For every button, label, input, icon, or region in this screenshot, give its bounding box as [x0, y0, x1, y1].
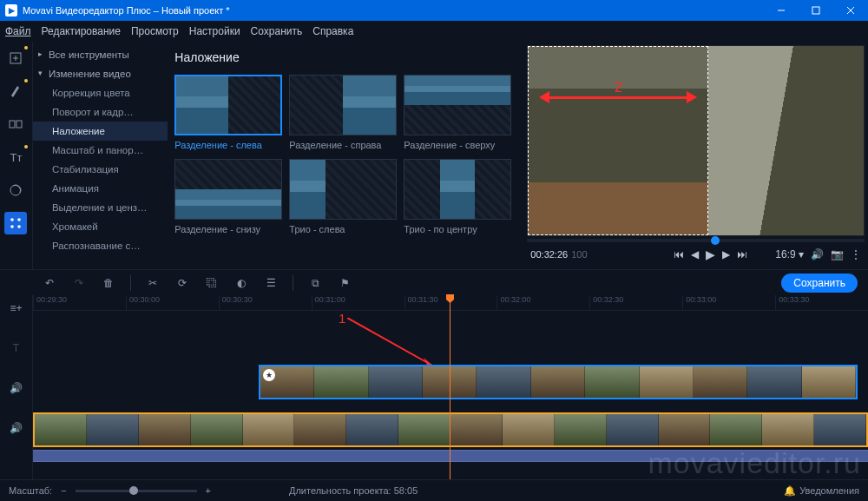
timeline-tracks[interactable]: 00:29:30 00:30:00 00:30:30 00:31:00 00:3…	[33, 295, 868, 479]
rail-titles-icon[interactable]: Tт	[4, 146, 27, 168]
sidebar-item-color[interactable]: Коррекция цвета	[33, 83, 168, 102]
preview-scrubber[interactable]	[527, 239, 865, 242]
sidebar-item-recognition[interactable]: Распознавание с…	[33, 236, 168, 255]
timeline-toolbar: ↶ ↷ 🗑 ✂ ⟳ ⿻ ◐ ☰ ⧉ ⚑ Сохранить	[0, 269, 868, 295]
aspect-ratio[interactable]: 16:9 ▾	[775, 248, 804, 260]
preview-panel: 2 00:32:26100 ⏮ ◀ ▶ ▶ ⏭ 16:9 ▾ 🔊 📷 ⋮	[523, 42, 868, 269]
preview-canvas[interactable]: 2	[527, 45, 865, 236]
duration-label: Длительность проекта: 58:05	[289, 485, 418, 496]
snapshot-icon[interactable]: 📷	[831, 248, 844, 260]
rail-more-tools-icon[interactable]	[4, 212, 27, 234]
rail-effects-icon[interactable]	[4, 80, 27, 102]
svg-point-10	[11, 218, 15, 221]
svg-point-13	[18, 225, 22, 228]
next-clip-icon[interactable]: ⏭	[737, 248, 747, 260]
sidebar-item-overlay[interactable]: Наложение	[33, 122, 168, 141]
sidebar: Все инструменты Изменение видео Коррекци…	[33, 42, 168, 269]
undo-icon[interactable]: ↶	[42, 275, 57, 291]
rail-add-icon[interactable]	[4, 47, 27, 69]
clip-fx-icon[interactable]: ★	[263, 369, 275, 381]
pip-track[interactable]: ★	[33, 365, 868, 399]
annotation-arrow-2: 2	[539, 96, 697, 99]
close-button[interactable]	[833, 0, 868, 21]
prev-frame-icon[interactable]: ◀	[691, 248, 699, 260]
timeline: ≡+ T 🔊 🔊 00:29:30 00:30:00 00:30:30 00:3…	[0, 295, 868, 479]
prev-clip-icon[interactable]: ⏮	[674, 248, 684, 260]
adjust-icon[interactable]: ☰	[263, 275, 279, 291]
delete-icon[interactable]: 🗑	[101, 275, 116, 291]
playhead[interactable]	[450, 295, 450, 479]
menu-settings[interactable]: Настройки	[189, 25, 240, 37]
zoom-label: Масштаб:	[9, 485, 52, 496]
preset-split-right[interactable]: Разделение - справа	[289, 75, 397, 150]
menu-help[interactable]: Справка	[312, 25, 353, 37]
preset-trio-center[interactable]: Трио - по центру	[404, 159, 511, 234]
maximize-button[interactable]	[799, 0, 833, 21]
crop-icon[interactable]: ⿻	[204, 275, 220, 291]
sidebar-item-chromakey[interactable]: Хромакей	[33, 217, 168, 236]
title-bar: ▶ Movavi Видеоредактор Плюс – Новый прое…	[0, 0, 868, 21]
preview-background	[708, 46, 864, 235]
play-icon[interactable]: ▶	[706, 247, 715, 261]
annotation-1: 1	[339, 311, 345, 326]
sidebar-all-tools[interactable]: Все инструменты	[33, 45, 168, 64]
overlay-region[interactable]: 2	[528, 46, 708, 235]
left-rail: Tт	[0, 42, 33, 269]
zoom-slider[interactable]	[76, 490, 197, 492]
svg-point-11	[18, 218, 22, 221]
rail-transitions-icon[interactable]	[4, 113, 27, 135]
window-title: Movavi Видеоредактор Плюс – Новый проект…	[23, 5, 764, 16]
audio-track[interactable]	[33, 450, 868, 462]
cut-icon[interactable]: ✂	[145, 275, 161, 291]
sidebar-item-stabilize[interactable]: Стабилизация	[33, 160, 168, 179]
sidebar-item-zoom[interactable]: Масштаб и панор…	[33, 141, 168, 160]
menu-save[interactable]: Сохранить	[251, 25, 303, 37]
sidebar-item-rotate[interactable]: Поворот и кадр…	[33, 102, 168, 122]
rail-stickers-icon[interactable]	[4, 179, 27, 201]
next-frame-icon[interactable]: ▶	[722, 248, 730, 260]
svg-point-9	[10, 185, 21, 195]
preset-trio-left[interactable]: Трио - слева	[289, 159, 397, 234]
presets-title: Наложение	[174, 50, 511, 64]
presets-panel: Наложение Разделение - слева Разделение …	[168, 42, 523, 269]
minimize-button[interactable]	[764, 0, 799, 21]
menu-file[interactable]: Файл	[5, 25, 31, 37]
pip-track-icon[interactable]: 🔊	[9, 380, 24, 396]
bell-icon: 🔔	[784, 485, 796, 497]
preset-split-top[interactable]: Разделение - сверху	[404, 75, 511, 150]
menu-edit[interactable]: Редактирование	[42, 25, 121, 37]
save-button[interactable]: Сохранить	[781, 274, 858, 293]
svg-line-14	[347, 318, 434, 366]
preset-split-left[interactable]: Разделение - слева	[174, 75, 282, 150]
video-clip[interactable]	[33, 412, 868, 447]
video-track-icon[interactable]: 🔊	[9, 420, 24, 436]
preview-timecode: 00:32:26100	[530, 249, 587, 260]
svg-point-12	[11, 225, 15, 228]
volume-icon[interactable]: 🔊	[811, 248, 824, 260]
record-icon[interactable]: ⧉	[307, 275, 323, 291]
preset-split-bottom[interactable]: Разделение - снизу	[174, 159, 282, 234]
pip-clip[interactable]: ★	[259, 365, 858, 399]
color-icon[interactable]: ◐	[233, 275, 249, 291]
marker-icon[interactable]: ⚑	[337, 275, 352, 291]
sidebar-item-animation[interactable]: Анимация	[33, 179, 168, 198]
sidebar-item-highlight[interactable]: Выделение и ценз…	[33, 198, 168, 217]
redo-icon[interactable]: ↷	[71, 275, 87, 291]
menu-view[interactable]: Просмотр	[131, 25, 179, 37]
app-logo-icon: ▶	[5, 4, 17, 16]
zoom-out-icon[interactable]: −	[61, 485, 66, 496]
video-track[interactable]	[33, 412, 868, 447]
zoom-in-icon[interactable]: +	[206, 485, 211, 496]
svg-rect-8	[16, 121, 22, 128]
menu-bar: Файл Редактирование Просмотр Настройки С…	[0, 21, 868, 42]
add-track-icon[interactable]: ≡+	[9, 300, 24, 316]
notifications-button[interactable]: 🔔Уведомления	[784, 485, 859, 497]
svg-rect-7	[10, 121, 15, 128]
svg-rect-1	[812, 7, 819, 14]
status-bar: Масштаб: − + Длительность проекта: 58:05…	[0, 479, 868, 501]
sidebar-group-video-edit[interactable]: Изменение видео	[33, 64, 168, 83]
text-track-icon[interactable]: T	[9, 340, 24, 356]
settings-dots-icon[interactable]: ⋮	[851, 248, 861, 260]
rotate-icon[interactable]: ⟳	[174, 275, 190, 291]
